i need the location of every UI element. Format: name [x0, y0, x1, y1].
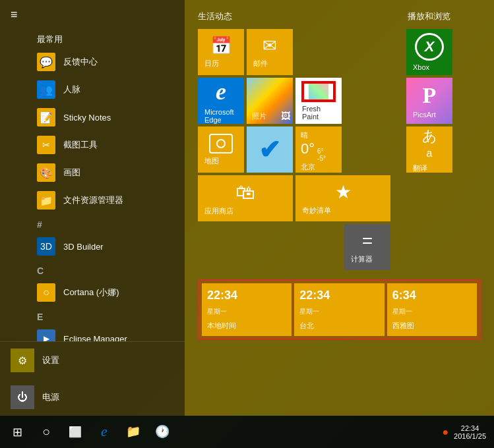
clock-section: 22:34 星期一 本地时间 22:34 星期一 台北 6:34 星期一 西雅图 — [198, 279, 481, 340]
picsart-icon: P — [423, 83, 437, 108]
start-menu: ≡ 最常用 💬 反馈中心 👥 人脉 📝 Sticky Notes — [0, 0, 494, 416]
settings-item[interactable]: ⚙ 设置 — [0, 342, 185, 379]
app-list-scroll: 最常用 💬 反馈中心 👥 人脉 📝 Sticky Notes ✂ 截图工具 — [0, 30, 185, 341]
clock-tile-seattle[interactable]: 6:34 星期一 西雅图 — [387, 283, 477, 336]
tile-calculator[interactable]: = 计算器 — [344, 224, 390, 270]
app-label-explorer: 文件资源管理器 — [63, 194, 123, 206]
browse-row-2: P PicsArt — [406, 78, 452, 124]
clock-time-local: 22:34 — [207, 289, 286, 302]
taskbar-explorer[interactable]: 📁 — [119, 418, 148, 447]
power-icon: ⏻ — [11, 385, 34, 409]
translate-en-icon: a — [427, 148, 433, 159]
tile-todo[interactable]: ✔ — [247, 126, 293, 173]
tiles-row-4: 🛍 应用商店 ★ 奇妙清单 — [198, 175, 390, 221]
browse-row-1: X Xbox — [406, 29, 452, 75]
calc-label: 计算器 — [350, 254, 385, 264]
clock-day-seattle: 星期一 — [392, 307, 472, 316]
tile-weather[interactable]: 晴 0° 6° -5° — [295, 126, 342, 173]
clock-city-seattle: 西雅图 — [392, 321, 472, 331]
app-label-paint: 画图 — [63, 167, 80, 179]
xbox-icon: X — [415, 33, 444, 61]
app-item-people[interactable]: 👥 人脉 — [0, 76, 185, 103]
tiles-row-1: 📅 日历 ✉ 邮件 — [198, 29, 390, 75]
left-bottom-nav: ⚙ 设置 ⏻ 电源 — [0, 341, 185, 416]
stickynotes-icon: 📝 — [37, 108, 55, 126]
tiles-main-row: 📅 日历 ✉ 邮件 e Microsof — [198, 29, 481, 270]
wunderlist-label: 奇妙清单 — [301, 206, 385, 215]
taskview-icon: ⬜ — [69, 426, 82, 438]
app-item-3dbuilder[interactable]: 3D 3D Builder — [0, 233, 185, 260]
taskbar-time: 22:34 — [454, 424, 486, 432]
maps-label: 地图 — [203, 156, 239, 166]
settings-label: 设置 — [42, 354, 59, 366]
app-item-paint[interactable]: 🎨 画图 — [0, 159, 185, 186]
section-browse-title: 播放和浏览 — [408, 11, 481, 22]
tile-photos[interactable]: 🖼 照片 — [247, 78, 293, 124]
eclipse-icon: ▶ — [37, 329, 55, 341]
tile-store[interactable]: 🛍 应用商店 — [198, 175, 293, 221]
start-button[interactable]: ⊞ — [3, 418, 32, 447]
power-item[interactable]: ⏻ 电源 — [0, 379, 185, 416]
alpha-e: E — [0, 306, 185, 325]
app-list-panel: ≡ 最常用 💬 反馈中心 👥 人脉 📝 Sticky Notes — [0, 0, 185, 416]
taskview-button[interactable]: ⬜ — [61, 418, 90, 447]
xbox-label: Xbox — [412, 63, 447, 71]
clock-tile-taipei[interactable]: 22:34 星期一 台北 — [294, 283, 384, 336]
app-item-feedback[interactable]: 💬 反馈中心 — [0, 48, 185, 76]
freshpaint-frame-icon — [301, 81, 336, 102]
app-item-stickynotes[interactable]: 📝 Sticky Notes — [0, 103, 185, 131]
search-button[interactable]: ○ — [32, 418, 61, 447]
app-item-eclipse[interactable]: ▶ Eclipse Manager — [0, 325, 185, 341]
alpha-c: C — [0, 260, 185, 279]
app-item-cortana[interactable]: ○ Cortana (小娜) — [0, 279, 185, 306]
weather-content: 晴 0° 6° -5° — [295, 126, 342, 173]
settings-icon: ⚙ — [11, 349, 34, 372]
tile-edge[interactable]: e Microsoft Edge — [198, 78, 244, 124]
tile-maps[interactable]: 地图 — [198, 126, 244, 173]
weather-high: 6° — [317, 148, 326, 155]
app-item-snipping[interactable]: ✂ 截图工具 — [0, 131, 185, 159]
browse-row-3: あ a 翻译 — [406, 126, 452, 173]
app-item-explorer[interactable]: 📁 文件资源管理器 — [0, 186, 185, 214]
clock-time-seattle: 6:34 — [392, 289, 472, 302]
tiles-row-3: 地图 ✔ 晴 — [198, 126, 390, 173]
search-icon: ○ — [42, 424, 50, 439]
frequent-section-label: 最常用 — [0, 30, 185, 48]
people-icon: 👥 — [37, 80, 55, 99]
section-life: 生活动态 播放和浏览 📅 日历 — [198, 11, 481, 270]
calendar-label: 日历 — [203, 59, 239, 69]
explorer-icon: 📁 — [37, 191, 55, 210]
taskbar-edge-icon: e — [101, 423, 108, 440]
taskbar-right: ● 22:34 2016/1/25 — [439, 424, 491, 440]
tile-calendar[interactable]: 📅 日历 — [198, 29, 244, 75]
camera-lens — [216, 139, 226, 148]
taskbar-explorer-icon: 📁 — [126, 424, 140, 439]
app-label-cortana: Cortana (小娜) — [63, 287, 119, 298]
camera-icon — [209, 134, 233, 154]
weather-main: 0° 6° -5° 北京 — [301, 140, 336, 172]
calc-icon: = — [362, 231, 373, 252]
app-list-header: ≡ — [0, 0, 185, 30]
tile-wunderlist[interactable]: ★ 奇妙清单 — [295, 175, 390, 221]
clock-city-taipei: 台北 — [299, 321, 379, 331]
tile-picsart[interactable]: P PicsArt — [406, 78, 452, 124]
clock-time-taipei: 22:34 — [299, 289, 379, 302]
store-label: 应用商店 — [203, 206, 288, 216]
tile-mail[interactable]: ✉ 邮件 — [247, 29, 293, 75]
taskbar-edge[interactable]: e — [90, 418, 119, 447]
taskbar-datetime[interactable]: 22:34 2016/1/25 — [454, 424, 486, 440]
tile-translate[interactable]: あ a 翻译 — [406, 126, 452, 173]
taskbar-office-icon[interactable]: ● — [439, 426, 451, 438]
life-header-row: 生活动态 播放和浏览 — [198, 11, 481, 29]
feedback-icon: 💬 — [37, 53, 55, 71]
tile-freshpaint[interactable]: Fresh Paint — [295, 78, 342, 124]
hamburger-icon[interactable]: ≡ — [11, 8, 18, 22]
clock-tile-local[interactable]: 22:34 星期一 本地时间 — [202, 283, 292, 336]
tile-xbox[interactable]: X Xbox — [406, 29, 452, 75]
power-label: 电源 — [42, 391, 59, 403]
taskbar-apps: e 📁 🕐 — [90, 418, 439, 447]
app-label-3dbuilder: 3D Builder — [63, 242, 104, 252]
browse-tiles-area: X Xbox P PicsArt あ — [406, 29, 452, 270]
taskbar-clock-app[interactable]: 🕐 — [148, 418, 177, 447]
clock-day-taipei: 星期一 — [299, 307, 379, 316]
